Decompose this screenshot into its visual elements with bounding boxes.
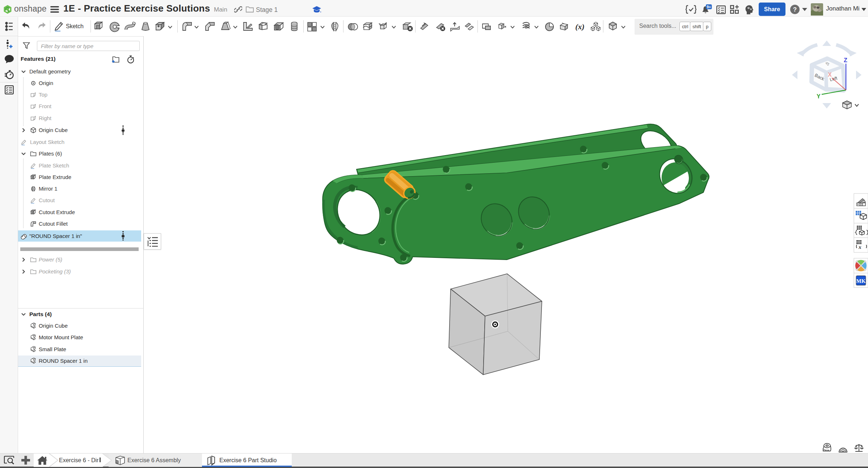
svg-text:(x): (x): [575, 22, 585, 31]
svg-text:x: x: [858, 244, 861, 250]
svg-text:Y: Y: [817, 93, 821, 99]
svg-text:Z: Z: [844, 57, 847, 63]
svg-text:?: ?: [793, 6, 797, 13]
svg-text:Exercise 6 Assembly: Exercise 6 Assembly: [127, 457, 181, 463]
svg-text:MK: MK: [856, 278, 866, 284]
svg-text:Exercise 6 - Dir: Exercise 6 - Dir: [59, 457, 99, 463]
svg-text:Exercise 6 Part Studio: Exercise 6 Part Studio: [219, 457, 277, 463]
svg-text:9+: 9+: [707, 5, 711, 9]
svg-text:X: X: [828, 72, 832, 78]
